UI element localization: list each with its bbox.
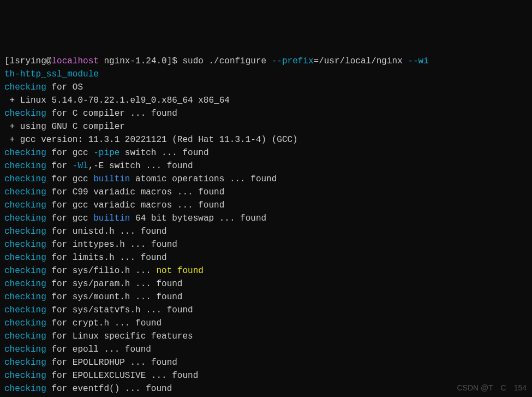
bracket: [ [4, 56, 10, 66]
terminal-line: checking for sys/statvfs.h ... found [4, 304, 528, 317]
not-found: not found [156, 266, 203, 276]
check-target: for Linux specific features [46, 331, 193, 341]
check-post: 64 bit byteswap ... found [130, 214, 266, 223]
check-target: for sys/mount.h ... found [46, 292, 183, 302]
flag-with: --wi [408, 56, 428, 66]
checking-keyword: checking [4, 331, 46, 341]
checking-keyword: checking [4, 266, 46, 276]
output-text: + gcc version: 11.3.1 20221121 (Red Hat … [4, 135, 298, 145]
check-pre: for gcc [46, 148, 93, 158]
check-post: atomic operations ... found [130, 174, 277, 184]
terminal-line: checking for Linux specific features [4, 330, 528, 343]
terminal-line: checking for unistd.h ... found [4, 225, 528, 238]
check-target: for C compiler ... found [46, 109, 177, 118]
terminal-line: checking for epoll ... found [4, 343, 528, 356]
check-target: for sys/statvfs.h ... found [46, 305, 193, 315]
checking-keyword: checking [4, 187, 46, 197]
terminal-line: checking for gcc variadic macros ... fou… [4, 199, 528, 212]
terminal-line: + Linux 5.14.0-70.22.1.el9_0.x86_64 x86_… [4, 94, 528, 107]
check-pre: for [46, 161, 73, 171]
checking-keyword: checking [4, 318, 46, 328]
check-target: for C99 variadic macros ... found [46, 187, 224, 197]
username: lsrying [10, 56, 46, 66]
flag-prefix: --prefix [272, 56, 314, 66]
compiler-flag: -Wl [73, 161, 88, 171]
terminal-line: checking for sys/mount.h ... found [4, 291, 528, 304]
terminal-line: checking for limits.h ... found [4, 251, 528, 264]
check-target: for inttypes.h ... found [46, 240, 177, 250]
checking-keyword: checking [4, 227, 46, 236]
check-target: for unistd.h ... found [46, 227, 167, 236]
bracket: ]$ [167, 56, 183, 66]
checking-keyword: checking [4, 161, 46, 171]
terminal-line: checking for EPOLLEXCLUSIVE ... found [4, 369, 528, 382]
checking-keyword: checking [4, 345, 46, 354]
flag-with-cont: th-http_ssl_module [4, 69, 99, 79]
terminal-line: checking for C99 variadic macros ... fou… [4, 186, 528, 199]
builtin-keyword: builtin [93, 214, 130, 223]
terminal-output[interactable]: [lsrying@localhost nginx-1.24.0]$ sudo .… [4, 55, 528, 397]
check-target: for gcc variadic macros ... found [46, 200, 224, 210]
terminal-line: checking for eventfd() ... found [4, 382, 528, 395]
check-pre: for gcc [46, 214, 93, 223]
cwd: nginx-1.24.0 [99, 56, 167, 66]
checking-keyword: checking [4, 279, 46, 289]
check-post: switch ... found [119, 148, 208, 158]
compiler-flag: -pipe [93, 148, 119, 158]
checking-keyword: checking [4, 371, 46, 381]
checking-keyword: checking [4, 384, 46, 394]
terminal-line: checking for crypt.h ... found [4, 317, 528, 330]
prompt-line: [lsrying@localhost nginx-1.24.0]$ sudo .… [4, 55, 528, 68]
path-arg: =/usr/local/nginx [314, 56, 408, 66]
check-target: for EPOLLEXCLUSIVE ... found [46, 371, 198, 381]
command-text: sudo ./configure [183, 56, 272, 66]
check-target: for epoll ... found [46, 345, 151, 354]
checking-keyword: checking [4, 305, 46, 315]
terminal-line: checking for C compiler ... found [4, 107, 528, 120]
check-pre: for gcc [46, 174, 93, 184]
checking-keyword: checking [4, 358, 46, 368]
check-target: for sys/param.h ... found [46, 279, 183, 289]
checking-keyword: checking [4, 240, 46, 250]
check-pre: for sys/filio.h ... [46, 266, 157, 276]
terminal-line: + using GNU C compiler [4, 120, 528, 133]
terminal-line: checking for gcc builtin atomic operatio… [4, 173, 528, 186]
terminal-line: checking for inttypes.h ... found [4, 238, 528, 251]
checking-keyword: checking [4, 109, 46, 118]
hostname: localhost [51, 56, 98, 66]
checking-keyword: checking [4, 253, 46, 263]
checking-keyword: checking [4, 214, 46, 223]
checking-keyword: checking [4, 174, 46, 184]
builtin-keyword: builtin [93, 174, 130, 184]
terminal-line: checking for gcc -pipe switch ... found [4, 146, 528, 159]
check-post: ,-E switch ... found [88, 161, 193, 171]
checking-keyword: checking [4, 148, 46, 158]
terminal-line: + gcc version: 11.3.1 20221121 (Red Hat … [4, 133, 528, 146]
terminal-line: checking for OS [4, 81, 528, 94]
terminal-line: checking for sys/param.h ... found [4, 277, 528, 291]
at-sign: @ [46, 56, 52, 66]
check-target: for eventfd() ... found [46, 384, 172, 394]
check-target: for EPOLLRDHUP ... found [46, 358, 177, 368]
checking-keyword: checking [4, 82, 46, 92]
prompt-line-wrap: th-http_ssl_module [4, 68, 528, 81]
check-target: for OS [46, 82, 83, 92]
checking-keyword: checking [4, 200, 46, 210]
terminal-line: checking for -Wl,-E switch ... found [4, 159, 528, 173]
output-text: + using GNU C compiler [4, 122, 125, 132]
terminal-line: checking for gcc builtin 64 bit byteswap… [4, 212, 528, 225]
terminal-line: checking for EPOLLRDHUP ... found [4, 356, 528, 369]
check-target: for limits.h ... found [46, 253, 167, 263]
check-target: for crypt.h ... found [46, 318, 162, 328]
output-text: + Linux 5.14.0-70.22.1.el9_0.x86_64 x86_… [4, 96, 230, 105]
terminal-line: checking for sys/filio.h ... not found [4, 264, 528, 277]
checking-keyword: checking [4, 292, 46, 302]
